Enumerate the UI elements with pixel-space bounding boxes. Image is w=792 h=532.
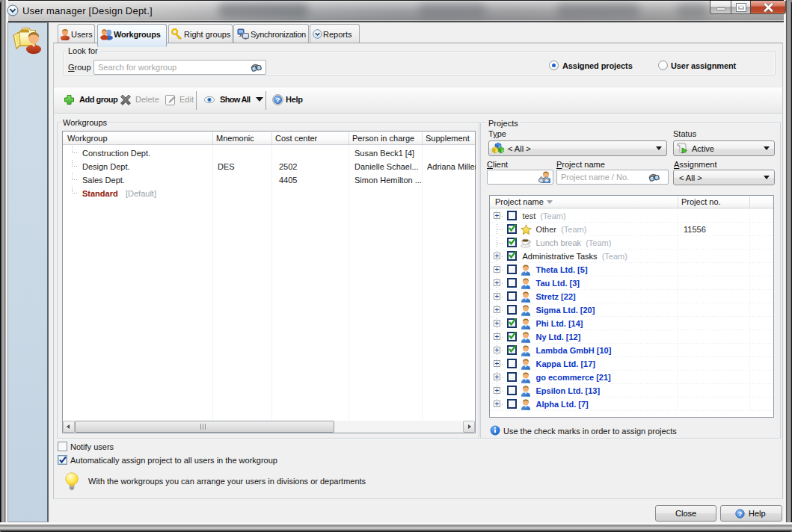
svg-text:?: ? — [275, 96, 280, 104]
svg-text:?: ? — [738, 510, 742, 518]
